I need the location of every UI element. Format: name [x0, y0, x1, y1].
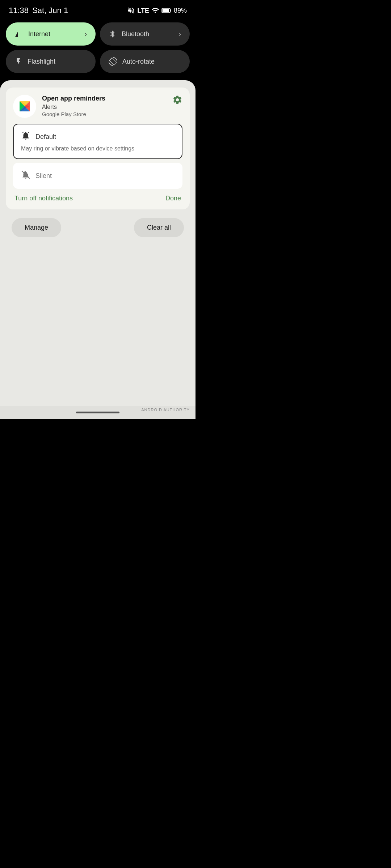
- silent-option-label: Silent: [35, 172, 52, 180]
- home-bar[interactable]: [76, 412, 119, 413]
- notif-info: Open app reminders Alerts Google Play St…: [42, 95, 167, 117]
- notif-actions: Turn off notifications Done: [13, 195, 182, 202]
- autorotate-label: Auto-rotate: [122, 58, 181, 65]
- notification-panel: Open app reminders Alerts Google Play St…: [0, 80, 196, 406]
- manage-button[interactable]: Manage: [12, 218, 61, 237]
- internet-label: Internet: [28, 30, 80, 38]
- bell-icon: [21, 131, 30, 142]
- autorotate-icon: [109, 57, 117, 66]
- notification-card: Open app reminders Alerts Google Play St…: [6, 88, 190, 209]
- attribution: ANDROID AUTHORITY: [141, 408, 190, 412]
- battery-level: 89%: [174, 7, 187, 14]
- svg-rect-1: [162, 9, 169, 12]
- internet-icon: [14, 30, 23, 38]
- default-option-desc: May ring or vibrate based on device sett…: [21, 145, 175, 152]
- bluetooth-icon: [109, 30, 117, 38]
- internet-tile[interactable]: Internet ›: [6, 22, 96, 46]
- lte-label: LTE: [137, 7, 149, 14]
- flashlight-icon: [14, 58, 22, 65]
- bluetooth-arrow: ›: [179, 30, 181, 38]
- flashlight-label: Flashlight: [28, 58, 87, 65]
- autorotate-tile[interactable]: Auto-rotate: [100, 50, 190, 73]
- turn-off-button[interactable]: Turn off notifications: [14, 195, 73, 202]
- status-date: Sat, Jun 1: [32, 6, 68, 15]
- notif-option-silent[interactable]: Silent: [13, 163, 182, 189]
- battery-icon: [161, 7, 172, 14]
- app-icon: [13, 95, 36, 118]
- signal-icon: [151, 7, 159, 14]
- default-option-label: Default: [35, 133, 56, 141]
- status-time: 11:38: [9, 6, 29, 15]
- mute-icon: [127, 7, 135, 14]
- play-store-icon: [17, 99, 32, 114]
- settings-gear-icon[interactable]: [172, 95, 182, 107]
- status-icons: LTE 89%: [127, 7, 187, 14]
- notif-option-default[interactable]: Default May ring or vibrate based on dev…: [13, 124, 182, 159]
- internet-arrow: ›: [85, 30, 87, 38]
- notif-header: Open app reminders Alerts Google Play St…: [13, 95, 182, 118]
- notif-source: Google Play Store: [42, 111, 167, 117]
- svg-rect-2: [170, 9, 171, 12]
- notif-subtitle: Alerts: [42, 104, 167, 110]
- bluetooth-tile[interactable]: Bluetooth ›: [100, 22, 190, 46]
- status-bar: 11:38 Sat, Jun 1 LTE 89%: [0, 0, 196, 20]
- notif-title: Open app reminders: [42, 95, 167, 102]
- bluetooth-label: Bluetooth: [122, 30, 174, 38]
- done-button[interactable]: Done: [165, 195, 181, 202]
- bottom-buttons: Manage Clear all: [6, 215, 190, 243]
- flashlight-tile[interactable]: Flashlight: [6, 50, 96, 73]
- quick-settings: Internet › Bluetooth › Flashlight: [0, 20, 196, 79]
- bell-off-icon: [21, 170, 30, 182]
- clear-all-button[interactable]: Clear all: [134, 218, 184, 237]
